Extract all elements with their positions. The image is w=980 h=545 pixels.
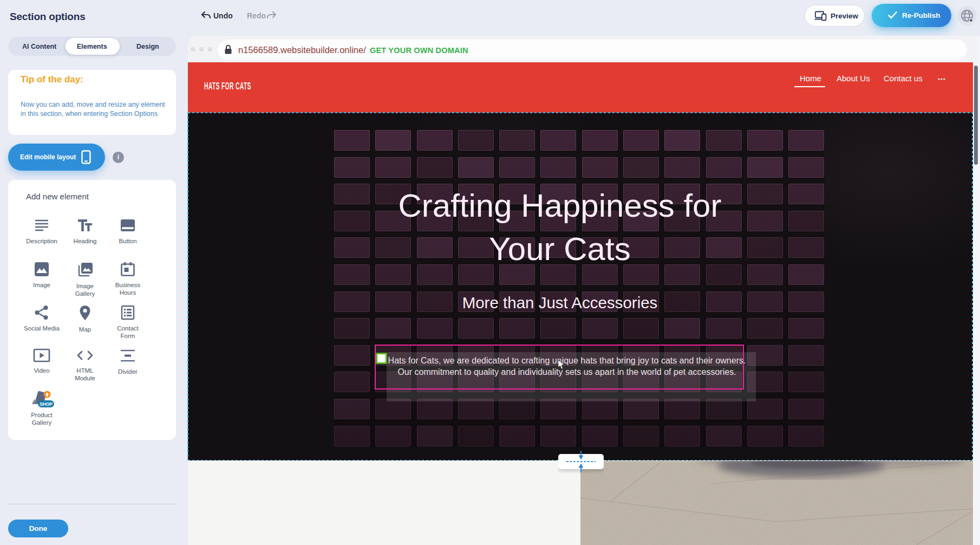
svg-text:SHOP: SHOP: [40, 401, 53, 407]
